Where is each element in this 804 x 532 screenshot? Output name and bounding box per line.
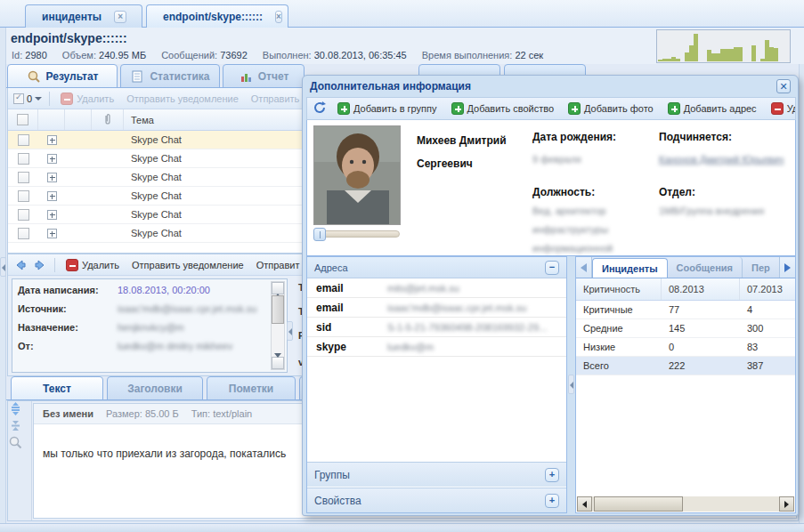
groups-section[interactable]: Группы + bbox=[307, 462, 566, 487]
tab-scroll-right-icon[interactable] bbox=[779, 257, 795, 278]
address-row[interactable]: skype luedkv@m bbox=[307, 337, 566, 357]
properties-title: Свойства bbox=[314, 495, 545, 507]
plus-icon bbox=[337, 102, 350, 115]
row-checkbox[interactable] bbox=[18, 190, 29, 202]
selection-dropdown[interactable]: 0 bbox=[13, 93, 42, 104]
scrollbar-thumb[interactable] bbox=[594, 496, 683, 512]
collapse-handle-icon[interactable] bbox=[0, 257, 6, 277]
column-month-1[interactable]: 08.2013 bbox=[662, 278, 740, 300]
expand-icon[interactable] bbox=[47, 135, 57, 145]
delete-person-button[interactable]: Уда bbox=[767, 102, 796, 115]
expand-icon[interactable] bbox=[47, 173, 57, 182]
scroll-down-icon[interactable] bbox=[272, 357, 284, 369]
meta-id-label: Id: bbox=[12, 50, 22, 60]
tab-scroll-left-icon[interactable] bbox=[576, 257, 592, 278]
close-icon[interactable]: × bbox=[275, 11, 282, 23]
tab-endpoint-skype[interactable]: endpoint/skype:::::: × bbox=[146, 4, 288, 28]
add-property-button[interactable]: Добавить свойство bbox=[448, 102, 558, 115]
add-group-button[interactable]: Добавить в группу bbox=[334, 102, 441, 115]
row-checkbox[interactable] bbox=[18, 228, 29, 239]
addresses-header[interactable]: Адреса − bbox=[307, 257, 566, 278]
close-icon[interactable]: ✕ bbox=[776, 79, 791, 93]
expand-icon[interactable] bbox=[47, 154, 57, 164]
row-checkbox[interactable] bbox=[18, 153, 29, 165]
tab-person-messages[interactable]: Сообщения bbox=[668, 257, 743, 278]
tab-result[interactable]: Результат bbox=[7, 64, 118, 88]
dialog-header[interactable]: Дополнительная информация ✕ bbox=[303, 76, 798, 97]
expand-icon[interactable] bbox=[47, 210, 57, 220]
tab-statistics[interactable]: Статистика bbox=[120, 64, 220, 88]
expand-icon[interactable]: + bbox=[545, 468, 559, 482]
notify-message-button[interactable]: Отправить уведомление bbox=[128, 260, 248, 270]
tab-report[interactable]: Отчет bbox=[223, 64, 305, 88]
address-type: email bbox=[307, 302, 387, 314]
meta-volume-value: 240.95 МБ bbox=[99, 50, 146, 60]
panel-splitter[interactable] bbox=[567, 256, 575, 513]
address-row[interactable]: email isaac'mdb@isaac.cpr.jet.msk.su bbox=[307, 298, 566, 318]
header-attachment-cell[interactable] bbox=[92, 109, 124, 130]
header-expand-cell bbox=[38, 109, 65, 130]
expand-icon[interactable]: + bbox=[545, 494, 559, 508]
address-row[interactable]: email mits@jet.msk.su bbox=[307, 278, 566, 298]
stats-hscrollbar[interactable] bbox=[577, 496, 794, 512]
column-severity[interactable]: Критичность bbox=[576, 278, 662, 300]
scroll-right-icon[interactable] bbox=[779, 496, 794, 512]
stats-row[interactable]: Низкие 0 83 bbox=[576, 338, 795, 357]
collapse-icon[interactable]: − bbox=[545, 261, 559, 275]
tab-headers[interactable]: Заголовки bbox=[107, 376, 203, 400]
tab-incidents[interactable]: инциденты × bbox=[25, 4, 142, 28]
add-address-button[interactable]: Добавить адрес bbox=[664, 102, 760, 115]
collapsed-west-panel[interactable] bbox=[0, 28, 6, 523]
dialog-title: Дополнительная информация bbox=[310, 80, 776, 93]
expand-icon[interactable] bbox=[47, 191, 57, 201]
header-checkbox-cell[interactable] bbox=[8, 109, 38, 130]
back-arrow-icon[interactable] bbox=[13, 258, 28, 272]
position-value-redacted: информационной bbox=[532, 243, 613, 254]
tab-person-incidents[interactable]: Инциденты bbox=[592, 258, 668, 278]
severity-label: Всего bbox=[576, 360, 662, 371]
row-checkbox[interactable] bbox=[18, 209, 29, 221]
collapse-handle-icon[interactable] bbox=[568, 375, 574, 394]
stats-row[interactable]: Средние 145 300 bbox=[576, 319, 795, 338]
manager-link-redacted[interactable]: Канонов Дмитрий Юрьевич bbox=[659, 154, 784, 165]
slider-thumb[interactable] bbox=[313, 228, 326, 241]
photo-slider[interactable] bbox=[313, 230, 400, 238]
row-checkbox[interactable] bbox=[18, 172, 29, 183]
expand-icon[interactable] bbox=[47, 229, 57, 238]
refresh-icon[interactable] bbox=[313, 101, 327, 117]
delete-button[interactable]: Удалить bbox=[57, 93, 118, 105]
attachment-size: Размер: 85.00 Б bbox=[106, 408, 179, 419]
search-icon[interactable] bbox=[8, 441, 23, 452]
collapse-handle-icon[interactable] bbox=[287, 321, 293, 341]
select-all-checkbox[interactable] bbox=[17, 114, 28, 125]
details-scrollbar[interactable] bbox=[271, 281, 285, 370]
month2-value: 387 bbox=[740, 360, 795, 371]
collapse-all-icon[interactable] bbox=[8, 424, 23, 435]
expand-all-icon[interactable] bbox=[8, 407, 23, 418]
notify-button[interactable]: Отправить уведомление bbox=[123, 93, 242, 104]
minus-icon bbox=[771, 102, 784, 115]
column-month-2[interactable]: 07.2013 bbox=[740, 278, 795, 300]
stats-total-row[interactable]: Всего 222 387 bbox=[576, 357, 795, 375]
delete-message-button[interactable]: Удалить bbox=[62, 259, 123, 271]
add-photo-button[interactable]: Добавить фото bbox=[564, 102, 657, 115]
tab-marks[interactable]: Пометки bbox=[207, 376, 296, 400]
scroll-left-icon[interactable] bbox=[577, 496, 592, 512]
scrollbar-thumb[interactable] bbox=[272, 295, 284, 324]
stats-row[interactable]: Критичные 77 4 bbox=[576, 301, 795, 319]
stats-tabbar: Инциденты Сообщения Пер bbox=[576, 257, 795, 278]
forward-arrow-icon[interactable] bbox=[33, 258, 47, 272]
position-value-redacted: инфраструктуры bbox=[532, 224, 608, 235]
forward-message-button[interactable]: Отправит bbox=[253, 260, 304, 270]
plus-icon bbox=[668, 102, 680, 115]
top-tabbar: инциденты × endpoint/skype:::::: × bbox=[0, 0, 804, 28]
content-side-toolbar bbox=[8, 401, 32, 520]
properties-section[interactable]: Свойства + bbox=[307, 488, 566, 512]
tab-text[interactable]: Текст bbox=[11, 376, 103, 400]
tab-person-transfers[interactable]: Пер bbox=[743, 257, 779, 278]
address-row[interactable]: sid S-1-5-21-79360498-208169932-29... bbox=[307, 318, 566, 337]
tab-incidents-label: Инциденты bbox=[602, 263, 658, 274]
scroll-up-icon[interactable] bbox=[272, 282, 284, 294]
row-checkbox[interactable] bbox=[18, 134, 29, 146]
close-icon[interactable]: × bbox=[114, 11, 126, 23]
